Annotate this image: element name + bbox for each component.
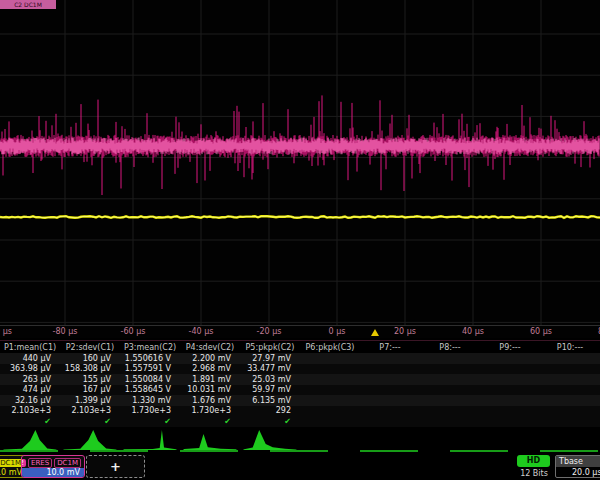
hd-mode-badge[interactable]: HD — [517, 455, 550, 467]
measurement-value: 32.16 µV — [0, 396, 60, 405]
measurement-value: 1.676 mV — [180, 396, 240, 405]
measurement-value: 27.97 mV — [240, 354, 300, 363]
time-axis-label: -100 µs — [0, 327, 12, 336]
status-check-icon: ✔ — [240, 417, 300, 426]
time-axis-label: 40 µs — [462, 327, 484, 336]
measurement-value: 59.97 mV — [240, 385, 300, 394]
measurement-value-row: 32.16 µV1.399 µV1.330 mV1.676 mV6.135 mV — [0, 395, 600, 406]
P4-histicon — [183, 434, 237, 450]
measurement-table: P1:mean(C1)P2:sdev(C1)P3:mean(C2)P4:sdev… — [0, 342, 600, 427]
descriptor-bar: C1 DC1M 10.0 mV C2 ERES DC1M 10.0 mV + H… — [0, 454, 600, 480]
measurement-value-row: 440 µV160 µV1.550616 V2.200 mV27.97 mV — [0, 353, 600, 364]
measurement-value: 1.330 mV — [120, 396, 180, 405]
table-top-separator — [0, 340, 600, 341]
measurement-value: 155 µV — [60, 375, 120, 384]
c2-coupling-tag[interactable]: DC1M — [54, 458, 81, 468]
parameter-header[interactable]: P5:pkpk(C2) — [240, 343, 300, 352]
measurement-value: 158.308 µV — [60, 364, 120, 373]
measurement-value: 1.399 µV — [60, 396, 120, 405]
c2-volts-per-div[interactable]: 10.0 mV — [22, 468, 84, 477]
measurement-header-row: P1:mean(C1)P2:sdev(C1)P3:mean(C2)P4:sdev… — [0, 342, 600, 353]
status-check-icon: ✔ — [0, 417, 60, 426]
parameter-header[interactable]: P3:mean(C2) — [120, 343, 180, 352]
time-axis-label: 20 µs — [394, 327, 416, 336]
hd-bits-label: 12 Bits — [514, 469, 554, 478]
measurement-value-row: 2.103e+32.103e+31.730e+31.730e+3292 — [0, 406, 600, 417]
status-check-icon: ✔ — [60, 417, 120, 426]
timebase-descriptor-box[interactable]: Tbase 20.0 µs/div — [555, 455, 600, 478]
oscilloscope-screen: -100 µs-80 µs-60 µs-40 µs-20 µs0 µs20 µs… — [0, 0, 600, 480]
measurement-status-row: ✔✔✔✔✔ — [0, 416, 600, 427]
measurement-value: 160 µV — [60, 354, 120, 363]
status-check-icon: ✔ — [120, 417, 180, 426]
P1-histicon — [3, 430, 57, 450]
parameter-header[interactable]: P8:--- — [420, 343, 480, 352]
measurement-value: 1.730e+3 — [120, 406, 180, 415]
P2-histicon — [63, 430, 117, 450]
measurement-value: 10.031 mV — [180, 385, 240, 394]
measurement-value: 2.103e+3 — [0, 406, 60, 415]
measurement-value: 440 µV — [0, 354, 60, 363]
c2-channel-tag[interactable]: C2 — [21, 459, 26, 467]
measurement-value: 1.557591 V — [120, 364, 180, 373]
time-axis-label: -40 µs — [189, 327, 214, 336]
timebase-label: Tbase — [556, 456, 600, 467]
c2-trace-tag[interactable]: C2 DC1M — [0, 0, 56, 9]
measurement-value: 2.200 mV — [180, 354, 240, 363]
measurement-value: 1.550616 V — [120, 354, 180, 363]
add-trace-button[interactable]: + — [86, 455, 145, 478]
measurement-value: 2.103e+3 — [60, 406, 120, 415]
parameter-header[interactable]: P6:pkpk(C3) — [300, 343, 360, 352]
time-axis-label: -80 µs — [53, 327, 78, 336]
measurement-value: 474 µV — [0, 385, 60, 394]
measurement-value: 1.550084 V — [120, 375, 180, 384]
c2-descriptor-box[interactable]: C2 ERES DC1M 10.0 mV — [21, 455, 85, 478]
measurement-value: 167 µV — [60, 385, 120, 394]
plus-icon: + — [110, 460, 121, 473]
status-check-icon: ✔ — [180, 417, 240, 426]
parameter-header[interactable]: P9:--- — [480, 343, 540, 352]
measurement-value: 263 µV — [0, 375, 60, 384]
waveform-grid-area[interactable]: -100 µs-80 µs-60 µs-40 µs-20 µs0 µs20 µs… — [0, 0, 600, 338]
measurement-value-row: 363.98 µV158.308 µV1.557591 V2.968 mV33.… — [0, 364, 600, 375]
time-axis-label: -60 µs — [121, 327, 146, 336]
measurement-value-row: 263 µV155 µV1.550084 V1.891 mV25.03 mV — [0, 374, 600, 385]
parameter-header[interactable]: P2:sdev(C1) — [60, 343, 120, 352]
histicon-separator-dashes — [0, 450, 600, 452]
timebase-scale: 20.0 µs/div — [556, 467, 600, 478]
measurement-value: 1.891 mV — [180, 375, 240, 384]
time-axis-label: 60 µs — [530, 327, 552, 336]
histicon-row — [0, 429, 600, 451]
P3-histicon — [123, 430, 177, 450]
measurement-value: 6.135 mV — [240, 396, 300, 405]
parameter-header[interactable]: P4:sdev(C2) — [180, 343, 240, 352]
P5-histicon — [243, 430, 297, 450]
measurement-value: 1.558645 V — [120, 385, 180, 394]
measurement-value: 2.968 mV — [180, 364, 240, 373]
measurement-value: 363.98 µV — [0, 364, 60, 373]
trigger-position-marker[interactable] — [371, 329, 379, 336]
measurement-value: 1.730e+3 — [180, 406, 240, 415]
waveform-plot — [0, 0, 600, 338]
measurement-value-row: 474 µV167 µV1.558645 V10.031 mV59.97 mV — [0, 385, 600, 396]
c1-coupling-tag[interactable]: DC1M — [0, 459, 23, 467]
time-axis-label: -20 µs — [257, 327, 282, 336]
measurement-value: 25.03 mV — [240, 375, 300, 384]
measurement-value: 33.477 mV — [240, 364, 300, 373]
parameter-header[interactable]: P10:--- — [540, 343, 600, 352]
measurement-value: 292 — [240, 406, 300, 415]
time-axis-label: 0 µs — [329, 327, 346, 336]
parameter-header[interactable]: P1:mean(C1) — [0, 343, 60, 352]
parameter-header[interactable]: P7:--- — [360, 343, 420, 352]
c2-eres-tag[interactable]: ERES — [28, 458, 52, 468]
